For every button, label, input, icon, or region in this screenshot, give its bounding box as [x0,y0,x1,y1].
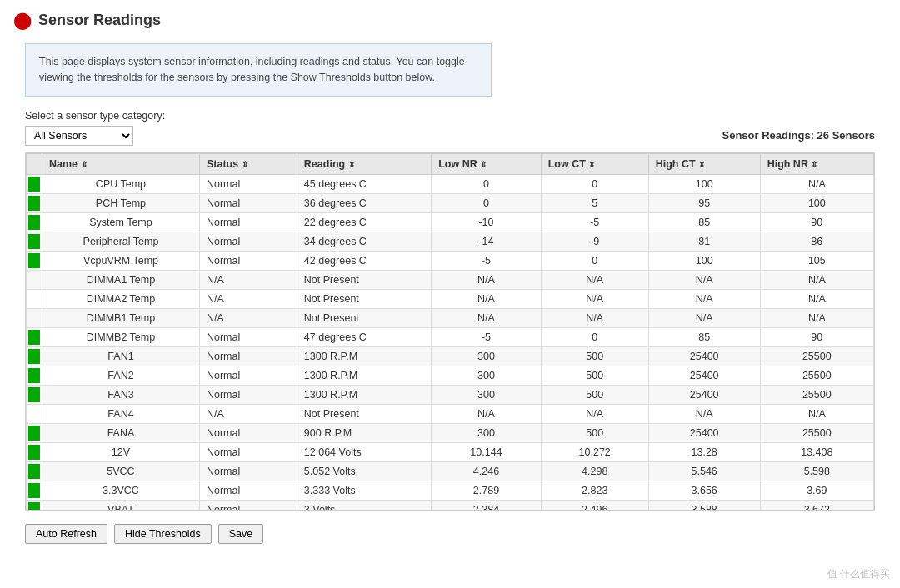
row-indicator-cell [27,232,42,251]
row-reading: 3.333 Volts [297,481,431,500]
row-low-ct: 500 [541,423,648,442]
row-status: N/A [199,270,297,289]
row-indicator-cell [27,404,42,423]
footer-bar: Auto Refresh Hide Thresholds Save [0,516,900,552]
col-name[interactable]: Name ⇕ [42,153,200,174]
row-status: Normal [199,461,297,481]
row-reading: Not Present [297,404,431,423]
controls-area: Select a sensor type category: All Senso… [0,105,900,149]
row-reading: 42 degrees C [297,251,431,270]
row-status: Normal [199,251,297,270]
row-high-ct: 85 [648,212,760,232]
row-high-ct: N/A [648,289,760,308]
row-indicator-cell [27,289,42,308]
col-high-ct[interactable]: High CT ⇕ [648,153,760,174]
table-row: FAN2Normal1300 R.P.M3005002540025500 [27,366,874,385]
green-indicator [28,349,40,364]
row-status: Normal [199,174,297,193]
table-row: FANANormal900 R.P.M3005002540025500 [27,423,874,442]
row-reading: Not Present [297,308,431,327]
row-high-ct: 100 [648,251,760,270]
row-reading: 34 degrees C [297,232,431,251]
row-indicator-cell [27,270,42,289]
row-name: DIMMB2 Temp [42,327,200,346]
row-high-nr: 3.69 [760,481,873,500]
row-reading: 22 degrees C [297,212,431,232]
row-high-ct: 95 [648,193,760,212]
row-low-nr: N/A [432,289,541,308]
row-high-nr: N/A [760,289,873,308]
row-high-nr: 90 [760,327,873,346]
filter-label: Select a sensor type category: [25,110,875,122]
row-low-ct: N/A [541,308,648,327]
row-low-nr: -10 [432,212,541,232]
row-status: N/A [199,308,297,327]
green-indicator [28,177,40,192]
row-low-ct: 2.496 [541,500,648,511]
row-high-ct: N/A [648,308,760,327]
row-name: FAN1 [42,346,200,366]
col-reading[interactable]: Reading ⇕ [297,153,431,174]
row-name: CPU Temp [42,174,200,193]
row-indicator-cell [27,212,42,232]
row-status: Normal [199,232,297,251]
row-indicator-cell [27,500,42,511]
row-name: 12V [42,442,200,461]
row-reading: Not Present [297,289,431,308]
row-name: 5VCC [42,461,200,481]
row-low-nr: N/A [432,308,541,327]
row-high-nr: 86 [760,232,873,251]
green-indicator [28,445,40,460]
table-row: 12VNormal12.064 Volts10.14410.27213.2813… [27,442,874,461]
row-name: DIMMB1 Temp [42,308,200,327]
row-name: DIMMA2 Temp [42,289,200,308]
row-high-nr: N/A [760,308,873,327]
row-high-ct: N/A [648,270,760,289]
row-high-nr: 25500 [760,346,873,366]
row-high-ct: 25400 [648,366,760,385]
row-high-nr: N/A [760,270,873,289]
table-wrapper: Name ⇕ Status ⇕ Reading ⇕ Low NR ⇕ Low C… [25,152,875,511]
row-reading: 1300 R.P.M [297,385,431,404]
row-status: N/A [199,404,297,423]
row-indicator-cell [27,308,42,327]
save-button[interactable]: Save [218,524,264,544]
row-low-nr: -14 [432,232,541,251]
row-name: Peripheral Temp [42,232,200,251]
row-low-nr: 10.144 [432,442,541,461]
row-low-ct: 0 [541,251,648,270]
row-indicator-cell [27,385,42,404]
green-indicator [28,215,40,230]
table-row: FAN4N/ANot PresentN/AN/AN/AN/A [27,404,874,423]
table-row: 3.3VCCNormal3.333 Volts2.7892.8233.6563.… [27,481,874,500]
row-name: FAN4 [42,404,200,423]
row-indicator-cell [27,327,42,346]
col-status[interactable]: Status ⇕ [199,153,297,174]
info-box: This page displays system sensor informa… [25,43,492,97]
row-high-ct: 81 [648,232,760,251]
green-indicator [28,426,40,441]
row-status: N/A [199,289,297,308]
green-indicator [28,253,40,268]
row-high-nr: 25500 [760,385,873,404]
col-low-ct[interactable]: Low CT ⇕ [541,153,648,174]
col-high-nr[interactable]: High NR ⇕ [760,153,873,174]
table-row: DIMMB2 TempNormal47 degrees C-508590 [27,327,874,346]
table-row: 5VCCNormal5.052 Volts4.2464.2985.5465.59… [27,461,874,481]
auto-refresh-button[interactable]: Auto Refresh [25,524,108,544]
row-indicator-cell [27,346,42,366]
sensor-type-select[interactable]: All Sensors [25,126,133,146]
row-high-ct: 25400 [648,385,760,404]
row-low-ct: 2.823 [541,481,648,500]
row-low-nr: 4.246 [432,461,541,481]
table-row: Peripheral TempNormal34 degrees C-14-981… [27,232,874,251]
page-header: ⬤ Sensor Readings [0,0,900,37]
hide-thresholds-button[interactable]: Hide Thresholds [114,524,212,544]
row-status: Normal [199,327,297,346]
row-reading: 36 degrees C [297,193,431,212]
info-text: This page displays system sensor informa… [39,54,478,86]
row-low-nr: 300 [432,346,541,366]
row-indicator-cell [27,423,42,442]
col-low-nr[interactable]: Low NR ⇕ [432,153,541,174]
row-name: FANA [42,423,200,442]
